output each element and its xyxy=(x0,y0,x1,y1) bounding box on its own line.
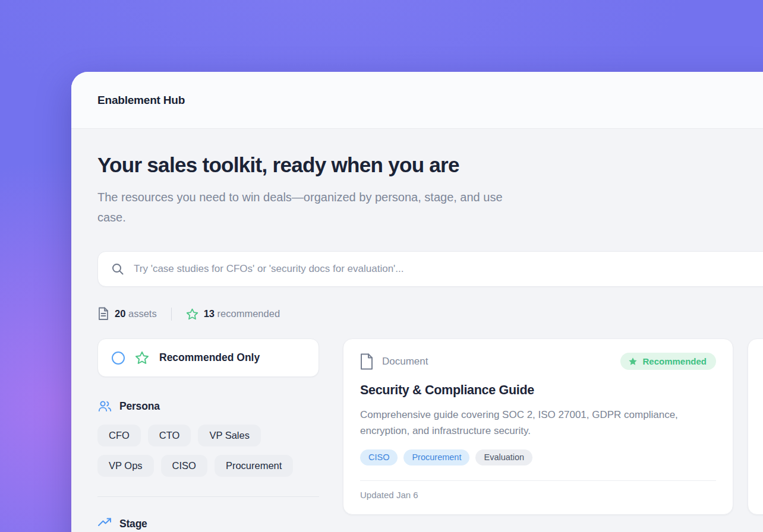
filters-sidebar: Recommended Only Persona CFO CTO VP Sale… xyxy=(97,338,319,532)
recommended-stat: 13 recommended xyxy=(186,308,280,320)
persona-section-head: Persona xyxy=(97,399,319,413)
stage-section-head: Stage xyxy=(97,517,319,530)
page-subtitle: The resources you need to win deals—orga… xyxy=(97,187,513,227)
sidebar-divider xyxy=(97,496,319,497)
persona-chips: CFO CTO VP Sales VP Ops CISO Procurement xyxy=(97,425,319,477)
card-title: Security & Compliance Guide xyxy=(360,383,716,398)
stage-section-label: Stage xyxy=(119,518,147,530)
recommended-only-toggle[interactable]: Recommended Only xyxy=(97,338,319,377)
tag-ciso: CISO xyxy=(360,449,398,466)
content-grid: Recommended Only Persona CFO CTO VP Sale… xyxy=(97,338,763,532)
stats-row: 20 assets 13 recommended xyxy=(97,307,763,321)
star-icon xyxy=(628,357,638,366)
persona-chip-ciso[interactable]: CISO xyxy=(161,455,207,477)
assets-stat: 20 assets xyxy=(97,307,157,321)
page-title: Your sales toolkit, ready when you are xyxy=(97,154,763,176)
star-icon xyxy=(135,351,149,365)
asset-card-partial[interactable] xyxy=(748,338,763,515)
persona-chip-procurement[interactable]: Procurement xyxy=(215,455,293,477)
persona-chip-vp-sales[interactable]: VP Sales xyxy=(198,425,261,446)
persona-chip-vp-ops[interactable]: VP Ops xyxy=(97,455,154,477)
asset-card-security-compliance[interactable]: Document Recommended Security & Complian… xyxy=(343,338,733,515)
recommended-count: 13 xyxy=(204,308,215,319)
card-updated: Updated Jan 6 xyxy=(360,480,716,514)
panel-header: Enablement Hub xyxy=(71,72,763,129)
assets-count: 20 xyxy=(115,308,125,319)
recommended-badge-label: Recommended xyxy=(642,356,707,366)
users-icon xyxy=(97,399,112,413)
card-description: Comprehensive guide covering SOC 2, ISO … xyxy=(360,407,705,439)
asset-cards: Document Recommended Security & Complian… xyxy=(343,338,763,515)
tag-evaluation: Evaluation xyxy=(475,449,532,466)
search-icon xyxy=(111,262,125,276)
panel-body: Your sales toolkit, ready when you are T… xyxy=(71,129,763,532)
persona-chip-cfo[interactable]: CFO xyxy=(97,425,141,446)
assets-label: assets xyxy=(128,308,157,319)
recommended-badge: Recommended xyxy=(620,353,716,370)
persona-section-label: Persona xyxy=(119,400,160,413)
search-input[interactable] xyxy=(134,263,763,275)
document-icon xyxy=(360,353,373,370)
recommended-only-label: Recommended Only xyxy=(159,352,260,364)
trending-up-icon xyxy=(97,517,112,530)
persona-chip-cto[interactable]: CTO xyxy=(148,425,191,446)
file-text-icon xyxy=(97,307,109,321)
card-header-row: Document Recommended xyxy=(360,353,716,370)
stats-divider xyxy=(171,308,172,321)
card-type: Document xyxy=(360,353,428,370)
main-panel: Enablement Hub Your sales toolkit, ready… xyxy=(71,72,763,532)
card-type-label: Document xyxy=(382,356,428,368)
tag-procurement: Procurement xyxy=(403,449,469,466)
toggle-circle-icon[interactable] xyxy=(112,352,125,365)
search-bar[interactable] xyxy=(97,251,763,287)
recommended-label: recommended xyxy=(217,308,280,319)
app-title: Enablement Hub xyxy=(97,94,185,107)
star-icon xyxy=(186,308,198,320)
card-tags: CISO Procurement Evaluation xyxy=(360,449,716,466)
